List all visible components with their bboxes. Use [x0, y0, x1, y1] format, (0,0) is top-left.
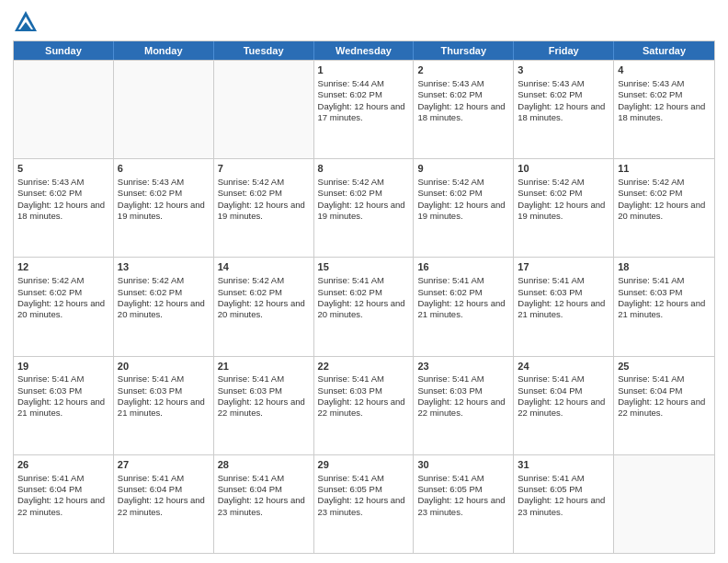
- day-cell-31: 31Sunrise: 5:41 AM Sunset: 6:05 PM Dayli…: [514, 455, 614, 553]
- day-number: 7: [218, 162, 310, 176]
- day-info: Sunrise: 5:41 AM Sunset: 6:02 PM Dayligh…: [318, 275, 410, 320]
- day-info: Sunrise: 5:43 AM Sunset: 6:02 PM Dayligh…: [518, 78, 609, 123]
- day-number: 19: [17, 360, 109, 373]
- day-cell-4: 4Sunrise: 5:43 AM Sunset: 6:02 PM Daylig…: [614, 61, 714, 158]
- weekday-header-monday: Monday: [114, 41, 214, 60]
- week-row-4: 19Sunrise: 5:41 AM Sunset: 6:03 PM Dayli…: [14, 356, 714, 454]
- day-cell-6: 6Sunrise: 5:43 AM Sunset: 6:02 PM Daylig…: [114, 159, 214, 257]
- day-info: Sunrise: 5:41 AM Sunset: 6:03 PM Dayligh…: [318, 373, 410, 419]
- day-cell-14: 14Sunrise: 5:42 AM Sunset: 6:02 PM Dayli…: [214, 258, 314, 355]
- day-cell-5: 5Sunrise: 5:43 AM Sunset: 6:02 PM Daylig…: [14, 159, 114, 257]
- weekday-header-wednesday: Wednesday: [314, 41, 415, 60]
- day-cell-9: 9Sunrise: 5:42 AM Sunset: 6:02 PM Daylig…: [414, 159, 514, 257]
- day-cell-25: 25Sunrise: 5:41 AM Sunset: 6:04 PM Dayli…: [614, 357, 714, 454]
- day-cell-16: 16Sunrise: 5:41 AM Sunset: 6:02 PM Dayli…: [414, 258, 514, 355]
- day-info: Sunrise: 5:41 AM Sunset: 6:03 PM Dayligh…: [618, 275, 711, 320]
- week-row-3: 12Sunrise: 5:42 AM Sunset: 6:02 PM Dayli…: [14, 257, 714, 355]
- day-cell-22: 22Sunrise: 5:41 AM Sunset: 6:03 PM Dayli…: [314, 357, 415, 454]
- week-row-5: 26Sunrise: 5:41 AM Sunset: 6:04 PM Dayli…: [14, 454, 714, 553]
- day-info: Sunrise: 5:41 AM Sunset: 6:03 PM Dayligh…: [118, 373, 210, 419]
- day-number: 28: [218, 458, 310, 472]
- day-number: 2: [417, 63, 509, 77]
- day-cell-8: 8Sunrise: 5:42 AM Sunset: 6:02 PM Daylig…: [314, 159, 415, 257]
- day-number: 18: [618, 260, 711, 274]
- day-cell-19: 19Sunrise: 5:41 AM Sunset: 6:03 PM Dayli…: [14, 357, 114, 454]
- day-info: Sunrise: 5:41 AM Sunset: 6:04 PM Dayligh…: [518, 373, 609, 419]
- day-info: Sunrise: 5:42 AM Sunset: 6:02 PM Dayligh…: [218, 275, 310, 320]
- day-number: 30: [417, 458, 509, 472]
- day-info: Sunrise: 5:42 AM Sunset: 6:02 PM Dayligh…: [518, 177, 609, 222]
- day-number: 27: [118, 458, 210, 472]
- day-number: 10: [518, 162, 609, 176]
- day-info: Sunrise: 5:41 AM Sunset: 6:03 PM Dayligh…: [17, 373, 109, 419]
- day-info: Sunrise: 5:41 AM Sunset: 6:05 PM Dayligh…: [318, 473, 410, 518]
- day-cell-3: 3Sunrise: 5:43 AM Sunset: 6:02 PM Daylig…: [514, 61, 614, 158]
- weekday-header-thursday: Thursday: [414, 41, 514, 60]
- day-info: Sunrise: 5:42 AM Sunset: 6:02 PM Dayligh…: [417, 177, 509, 222]
- day-info: Sunrise: 5:42 AM Sunset: 6:02 PM Dayligh…: [17, 275, 109, 320]
- empty-cell: [14, 61, 114, 158]
- day-info: Sunrise: 5:41 AM Sunset: 6:04 PM Dayligh…: [118, 473, 210, 518]
- header: [13, 9, 715, 35]
- day-number: 21: [218, 360, 310, 373]
- day-number: 23: [417, 360, 509, 373]
- day-info: Sunrise: 5:41 AM Sunset: 6:05 PM Dayligh…: [518, 473, 609, 518]
- day-number: 29: [318, 458, 410, 472]
- day-number: 24: [518, 360, 609, 373]
- day-number: 1: [318, 63, 410, 77]
- day-cell-24: 24Sunrise: 5:41 AM Sunset: 6:04 PM Dayli…: [514, 357, 614, 454]
- day-info: Sunrise: 5:44 AM Sunset: 6:02 PM Dayligh…: [318, 78, 410, 123]
- day-info: Sunrise: 5:42 AM Sunset: 6:02 PM Dayligh…: [618, 177, 711, 222]
- day-info: Sunrise: 5:43 AM Sunset: 6:02 PM Dayligh…: [118, 177, 210, 222]
- day-number: 5: [17, 162, 109, 176]
- day-number: 20: [118, 360, 210, 373]
- day-cell-11: 11Sunrise: 5:42 AM Sunset: 6:02 PM Dayli…: [614, 159, 714, 257]
- calendar-body: 1Sunrise: 5:44 AM Sunset: 6:02 PM Daylig…: [14, 60, 714, 553]
- day-cell-26: 26Sunrise: 5:41 AM Sunset: 6:04 PM Dayli…: [14, 455, 114, 553]
- day-number: 15: [318, 260, 410, 274]
- day-cell-23: 23Sunrise: 5:41 AM Sunset: 6:03 PM Dayli…: [414, 357, 514, 454]
- weekday-header-tuesday: Tuesday: [214, 41, 314, 60]
- day-cell-1: 1Sunrise: 5:44 AM Sunset: 6:02 PM Daylig…: [314, 61, 415, 158]
- day-number: 4: [618, 63, 711, 77]
- empty-cell: [614, 455, 714, 553]
- day-number: 31: [518, 458, 609, 472]
- day-number: 25: [618, 360, 711, 373]
- day-info: Sunrise: 5:41 AM Sunset: 6:03 PM Dayligh…: [218, 373, 310, 419]
- day-info: Sunrise: 5:43 AM Sunset: 6:02 PM Dayligh…: [417, 78, 509, 123]
- page: SundayMondayTuesdayWednesdayThursdayFrid…: [0, 0, 728, 563]
- logo-icon: [13, 9, 39, 35]
- day-number: 17: [518, 260, 609, 274]
- day-cell-2: 2Sunrise: 5:43 AM Sunset: 6:02 PM Daylig…: [414, 61, 514, 158]
- day-number: 26: [17, 458, 109, 472]
- day-info: Sunrise: 5:41 AM Sunset: 6:02 PM Dayligh…: [417, 275, 509, 320]
- day-info: Sunrise: 5:43 AM Sunset: 6:02 PM Dayligh…: [618, 78, 711, 123]
- day-cell-28: 28Sunrise: 5:41 AM Sunset: 6:04 PM Dayli…: [214, 455, 314, 553]
- day-info: Sunrise: 5:42 AM Sunset: 6:02 PM Dayligh…: [318, 177, 410, 222]
- day-info: Sunrise: 5:41 AM Sunset: 6:03 PM Dayligh…: [518, 275, 609, 320]
- day-number: 9: [417, 162, 509, 176]
- day-info: Sunrise: 5:41 AM Sunset: 6:04 PM Dayligh…: [218, 473, 310, 518]
- empty-cell: [114, 61, 214, 158]
- day-cell-13: 13Sunrise: 5:42 AM Sunset: 6:02 PM Dayli…: [114, 258, 214, 355]
- logo: [13, 9, 41, 35]
- day-info: Sunrise: 5:41 AM Sunset: 6:04 PM Dayligh…: [618, 373, 711, 419]
- calendar-header: SundayMondayTuesdayWednesdayThursdayFrid…: [14, 41, 714, 60]
- day-number: 14: [218, 260, 310, 274]
- day-number: 11: [618, 162, 711, 176]
- day-cell-21: 21Sunrise: 5:41 AM Sunset: 6:03 PM Dayli…: [214, 357, 314, 454]
- day-info: Sunrise: 5:41 AM Sunset: 6:04 PM Dayligh…: [17, 473, 109, 518]
- day-info: Sunrise: 5:42 AM Sunset: 6:02 PM Dayligh…: [118, 275, 210, 320]
- day-cell-18: 18Sunrise: 5:41 AM Sunset: 6:03 PM Dayli…: [614, 258, 714, 355]
- day-cell-27: 27Sunrise: 5:41 AM Sunset: 6:04 PM Dayli…: [114, 455, 214, 553]
- day-info: Sunrise: 5:41 AM Sunset: 6:05 PM Dayligh…: [417, 473, 509, 518]
- empty-cell: [214, 61, 314, 158]
- weekday-header-saturday: Saturday: [614, 41, 714, 60]
- week-row-1: 1Sunrise: 5:44 AM Sunset: 6:02 PM Daylig…: [14, 60, 714, 158]
- day-number: 22: [318, 360, 410, 373]
- day-number: 13: [118, 260, 210, 274]
- day-cell-20: 20Sunrise: 5:41 AM Sunset: 6:03 PM Dayli…: [114, 357, 214, 454]
- weekday-header-sunday: Sunday: [14, 41, 114, 60]
- day-number: 12: [17, 260, 109, 274]
- day-info: Sunrise: 5:41 AM Sunset: 6:03 PM Dayligh…: [417, 373, 509, 419]
